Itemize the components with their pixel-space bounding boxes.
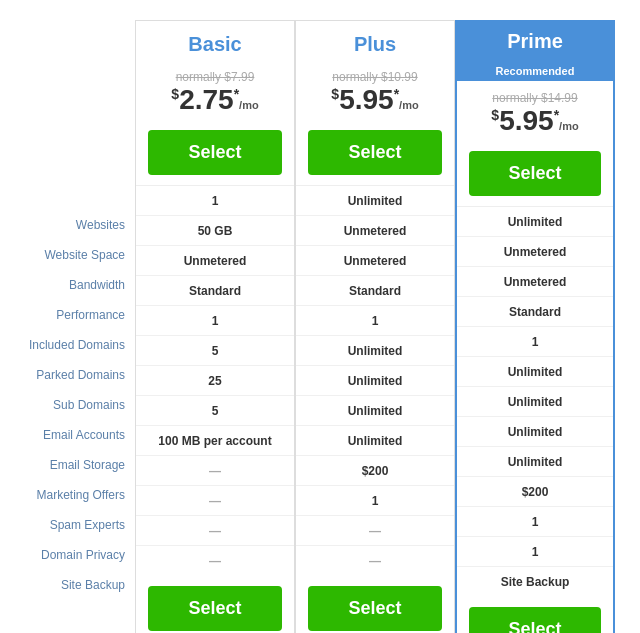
label-bandwidth: Bandwidth — [25, 270, 125, 300]
feature-basic-spam: — — [136, 486, 294, 516]
feature-plus-spam: 1 — [296, 486, 454, 516]
label-website-space: Website Space — [25, 240, 125, 270]
label-marketing-offers: Marketing Offers — [25, 480, 125, 510]
plan-prime-normal-price: normally $14.99 — [457, 91, 613, 105]
plan-prime-features: Unlimited Unmetered Unmetered Standard 1… — [457, 206, 613, 597]
feature-plus-site-backup: — — [296, 546, 454, 576]
feature-basic-site-backup: — — [136, 546, 294, 576]
label-domain-privacy: Domain Privacy — [25, 540, 125, 570]
feature-plus-space: Unmetered — [296, 216, 454, 246]
plan-plus: Plus normally $10.99 $5.95*/mo Select Un… — [295, 20, 455, 633]
label-email-storage: Email Storage — [25, 450, 125, 480]
feature-prime-space: Unmetered — [457, 237, 613, 267]
feature-prime-domain-privacy: 1 — [457, 537, 613, 567]
feature-prime-included-domains: 1 — [457, 327, 613, 357]
feature-basic-email-accounts: 5 — [136, 396, 294, 426]
label-included-domains: Included Domains — [25, 330, 125, 360]
plan-basic-title: Basic — [136, 21, 294, 60]
plan-plus-main-price: $5.95*/mo — [296, 84, 454, 116]
label-site-backup: Site Backup — [25, 570, 125, 600]
feature-plus-domain-privacy: — — [296, 516, 454, 546]
feature-prime-email-accounts: Unlimited — [457, 417, 613, 447]
plan-prime-main-price: $5.95*/mo — [457, 105, 613, 137]
plan-basic: Basic normally $7.99 $2.75*/mo Select 1 … — [135, 20, 295, 633]
feature-prime-site-backup: Site Backup — [457, 567, 613, 597]
plan-basic-select-top[interactable]: Select — [148, 130, 282, 175]
plan-basic-main-price: $2.75*/mo — [136, 84, 294, 116]
pricing-container: Websites Website Space Bandwidth Perform… — [10, 10, 630, 633]
feature-prime-performance: Standard — [457, 297, 613, 327]
feature-prime-parked-domains: Unlimited — [457, 357, 613, 387]
plan-plus-title: Plus — [296, 21, 454, 60]
feature-plus-parked-domains: Unlimited — [296, 336, 454, 366]
feature-prime-email-storage: Unlimited — [457, 447, 613, 477]
plan-basic-normal-price: normally $7.99 — [136, 70, 294, 84]
feature-plus-websites: Unlimited — [296, 186, 454, 216]
feature-basic-email-storage: 100 MB per account — [136, 426, 294, 456]
feature-basic-bandwidth: Unmetered — [136, 246, 294, 276]
feature-labels: Websites Website Space Bandwidth Perform… — [25, 20, 135, 600]
feature-plus-bandwidth: Unmetered — [296, 246, 454, 276]
plan-prime-price-section: normally $14.99 $5.95*/mo — [457, 81, 613, 143]
feature-prime-spam: 1 — [457, 507, 613, 537]
label-parked-domains: Parked Domains — [25, 360, 125, 390]
feature-plus-email-storage: Unlimited — [296, 426, 454, 456]
plan-basic-features: 1 50 GB Unmetered Standard 1 5 25 5 100 … — [136, 185, 294, 576]
feature-plus-performance: Standard — [296, 276, 454, 306]
label-spam-experts: Spam Experts — [25, 510, 125, 540]
feature-prime-bandwidth: Unmetered — [457, 267, 613, 297]
feature-basic-marketing: — — [136, 456, 294, 486]
feature-prime-websites: Unlimited — [457, 207, 613, 237]
feature-basic-space: 50 GB — [136, 216, 294, 246]
feature-basic-sub-domains: 25 — [136, 366, 294, 396]
recommended-badge: Recommended — [457, 61, 613, 81]
feature-basic-parked-domains: 5 — [136, 336, 294, 366]
plan-basic-price-section: normally $7.99 $2.75*/mo — [136, 60, 294, 122]
plan-plus-features: Unlimited Unmetered Unmetered Standard 1… — [296, 185, 454, 576]
label-sub-domains: Sub Domains — [25, 390, 125, 420]
feature-basic-websites: 1 — [136, 186, 294, 216]
feature-plus-sub-domains: Unlimited — [296, 366, 454, 396]
feature-prime-marketing: $200 — [457, 477, 613, 507]
feature-basic-included-domains: 1 — [136, 306, 294, 336]
plan-prime: Prime Recommended normally $14.99 $5.95*… — [455, 20, 615, 633]
feature-prime-sub-domains: Unlimited — [457, 387, 613, 417]
plan-prime-title: Prime — [457, 22, 613, 61]
label-websites: Websites — [25, 210, 125, 240]
plan-plus-select-top[interactable]: Select — [308, 130, 442, 175]
plan-basic-select-bottom[interactable]: Select — [148, 586, 282, 631]
plan-plus-normal-price: normally $10.99 — [296, 70, 454, 84]
plan-prime-select-top[interactable]: Select — [469, 151, 602, 196]
feature-plus-marketing: $200 — [296, 456, 454, 486]
label-email-accounts: Email Accounts — [25, 420, 125, 450]
feature-plus-included-domains: 1 — [296, 306, 454, 336]
label-performance: Performance — [25, 300, 125, 330]
feature-basic-performance: Standard — [136, 276, 294, 306]
feature-plus-email-accounts: Unlimited — [296, 396, 454, 426]
plan-prime-select-bottom[interactable]: Select — [469, 607, 602, 633]
plan-plus-price-section: normally $10.99 $5.95*/mo — [296, 60, 454, 122]
plan-plus-select-bottom[interactable]: Select — [308, 586, 442, 631]
feature-basic-domain-privacy: — — [136, 516, 294, 546]
